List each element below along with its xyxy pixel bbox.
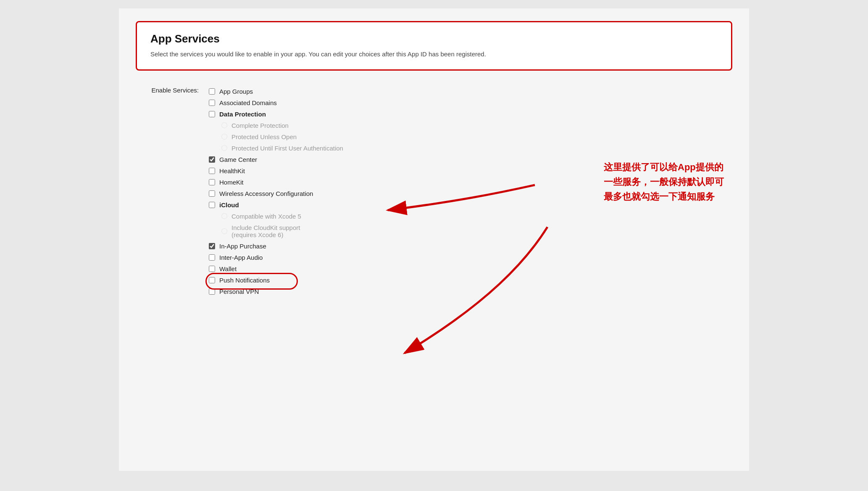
label-push-notifications[interactable]: Push Notifications [219,277,270,284]
radio-compatible-xcode5[interactable] [221,213,227,219]
service-item-wireless-accessory: Wireless Accessory Configuration [209,188,343,199]
label-personal-vpn[interactable]: Personal VPN [219,288,259,295]
alert-description: Select the services you would like to en… [150,50,718,59]
label-homekit[interactable]: HomeKit [219,179,244,186]
label-icloud[interactable]: iCloud [219,201,239,209]
service-item-app-groups: App Groups [209,86,343,97]
annotation-line1: 这里提供了可以给App提供的 [604,162,723,172]
service-item-data-protection: Data Protection [209,108,343,120]
annotation-line3: 最多也就勾选一下通知服务 [604,191,715,202]
checkbox-push-notifications[interactable] [209,277,215,283]
checkbox-inter-app-audio[interactable] [209,254,215,261]
service-item-compatible-xcode5: Compatible with Xcode 5 [209,211,343,222]
checkbox-healthkit[interactable] [209,168,215,174]
alert-box: App Services Select the services you wou… [136,21,732,71]
radio-protected-until-first-user[interactable] [221,145,227,151]
checkbox-app-groups[interactable] [209,88,215,95]
checkbox-icloud[interactable] [209,202,215,208]
service-item-healthkit: HealthKit [209,165,343,177]
label-protected-until-first-user: Protected Until First User Authenticatio… [231,145,343,152]
label-include-cloudkit: Include CloudKit support(requires Xcode … [231,224,300,238]
checkbox-associated-domains[interactable] [209,100,215,106]
checkbox-wireless-accessory[interactable] [209,190,215,197]
service-item-protected-until-first-user: Protected Until First User Authenticatio… [209,143,343,154]
service-item-inter-app-audio: Inter-App Audio [209,252,343,263]
alert-title: App Services [150,32,718,45]
services-list: App Groups Associated Domains Data Prote… [209,86,343,297]
checkbox-homekit[interactable] [209,179,215,185]
service-item-complete-protection: Complete Protection [209,120,343,131]
service-item-icloud: iCloud [209,199,343,211]
radio-include-cloudkit[interactable] [221,228,227,234]
service-item-personal-vpn: Personal VPN [209,286,343,297]
service-item-associated-domains: Associated Domains [209,97,343,108]
label-game-center[interactable]: Game Center [219,156,257,163]
label-inter-app-audio[interactable]: Inter-App Audio [219,254,263,261]
checkbox-personal-vpn[interactable] [209,288,215,295]
annotation-line2: 一些服务，一般保持默认即可 [604,177,724,187]
checkbox-in-app-purchase[interactable] [209,243,215,249]
checkbox-data-protection[interactable] [209,111,215,117]
label-wallet[interactable]: Wallet [219,265,237,272]
label-healthkit[interactable]: HealthKit [219,167,245,174]
label-wireless-accessory[interactable]: Wireless Accessory Configuration [219,190,313,197]
label-complete-protection: Complete Protection [231,122,289,129]
service-item-protected-unless-open: Protected Unless Open [209,131,343,143]
service-item-game-center: Game Center [209,154,343,165]
service-item-in-app-purchase: In-App Purchase [209,240,343,252]
service-item-wallet: Wallet [209,263,343,275]
enable-services-label: Enable Services: [144,86,199,297]
main-container: App Services Select the services you wou… [119,8,749,471]
label-protected-unless-open: Protected Unless Open [231,133,297,140]
label-in-app-purchase[interactable]: In-App Purchase [219,243,266,250]
label-compatible-xcode5: Compatible with Xcode 5 [231,213,301,220]
label-data-protection[interactable]: Data Protection [219,111,266,118]
label-app-groups[interactable]: App Groups [219,88,253,95]
service-item-push-notifications: Push Notifications [209,275,343,286]
annotation-callout: 这里提供了可以给App提供的 一些服务，一般保持默认即可 最多也就勾选一下通知服… [604,160,724,204]
service-item-include-cloudkit: Include CloudKit support(requires Xcode … [209,222,343,240]
service-item-homekit: HomeKit [209,177,343,188]
radio-protected-unless-open[interactable] [221,134,227,140]
label-associated-domains[interactable]: Associated Domains [219,99,277,106]
checkbox-wallet[interactable] [209,266,215,272]
checkbox-game-center[interactable] [209,156,215,163]
radio-complete-protection[interactable] [221,122,227,128]
